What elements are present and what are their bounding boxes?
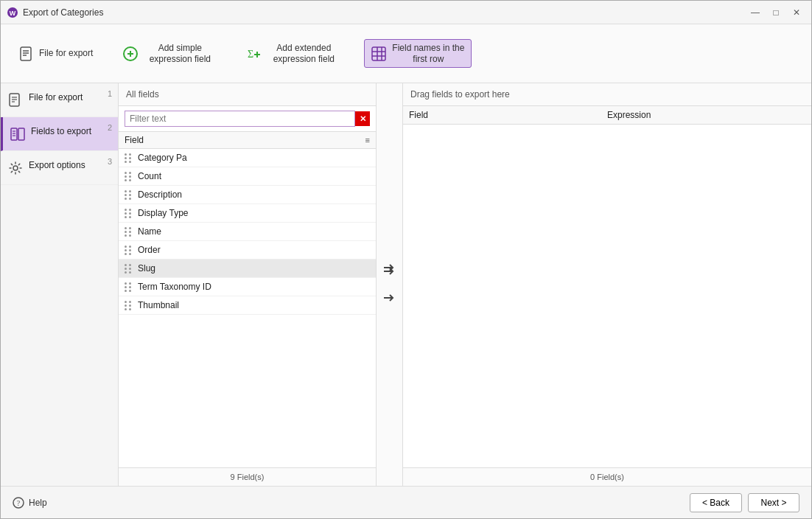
field-name: Display Type xyxy=(138,208,188,218)
left-panel-footer: 9 Field(s) xyxy=(119,467,376,486)
field-name: Term Taxonomy ID xyxy=(138,282,211,292)
field-names-label: Field names in the first row xyxy=(391,43,465,64)
field-row[interactable]: Name xyxy=(119,223,376,241)
all-fields-panel: All fields ✕ Field ≡ Category Pa xyxy=(119,83,377,486)
drag-handle-icon xyxy=(125,172,132,181)
close-button[interactable]: ✕ xyxy=(788,4,805,21)
drag-handle-icon xyxy=(125,153,132,163)
export-panel-header: Drag fields to export here xyxy=(403,83,811,106)
sidebar-item-export-options[interactable]: Export options 3 xyxy=(1,151,118,185)
sigma-plus-icon: Σ xyxy=(246,46,262,62)
sidebar-file-number: 1 xyxy=(108,89,112,98)
field-name: Thumbnail xyxy=(138,300,179,310)
filter-clear-button[interactable]: ✕ xyxy=(355,111,370,126)
drag-handle-icon xyxy=(125,301,132,310)
file-for-export-button[interactable]: File for export xyxy=(13,43,99,65)
file-icon xyxy=(18,46,35,62)
minimize-button[interactable]: ― xyxy=(746,4,764,21)
transfer-all-button[interactable] xyxy=(379,261,400,282)
field-row[interactable]: Term Taxonomy ID xyxy=(119,278,376,296)
field-row[interactable]: Order xyxy=(119,241,376,260)
drag-handle-icon xyxy=(125,209,132,218)
field-name: Category Pa xyxy=(138,153,187,163)
sidebar-options-label: Export options xyxy=(29,160,111,172)
sidebar: File for export 1 Fields to export xyxy=(1,83,119,486)
filter-input[interactable] xyxy=(125,111,355,127)
export-panel-footer: 0 Field(s) xyxy=(403,467,811,486)
main-content: File for export 1 Fields to export xyxy=(1,83,811,486)
fields-to-export-icon xyxy=(10,127,25,142)
next-button[interactable]: Next > xyxy=(748,493,799,512)
drag-handle-icon xyxy=(125,227,132,237)
sidebar-item-file-for-export[interactable]: File for export 1 xyxy=(1,83,118,117)
add-simple-expression-button[interactable]: Add simple expression field xyxy=(116,40,223,67)
field-row[interactable]: Display Type xyxy=(119,204,376,223)
app-icon: W xyxy=(7,7,18,18)
filter-row: ✕ xyxy=(119,106,376,132)
window-controls: ― □ ✕ xyxy=(746,4,805,21)
file-for-export-label: File for export xyxy=(39,48,93,58)
field-names-first-row-button[interactable]: Field names in the first row xyxy=(364,39,472,68)
field-name: Slug xyxy=(138,263,155,274)
help-label: Help xyxy=(29,498,47,508)
export-table: Field Expression xyxy=(403,106,811,467)
navigation-buttons: < Back Next > xyxy=(690,493,799,512)
field-row[interactable]: Thumbnail xyxy=(119,296,376,315)
field-list-header: Field ≡ xyxy=(119,132,376,149)
main-window: W Export of Categories ― □ ✕ File for ex… xyxy=(0,0,812,519)
export-table-header: Field Expression xyxy=(403,106,811,125)
content-area: All fields ✕ Field ≡ Category Pa xyxy=(119,83,811,486)
file-for-export-icon xyxy=(8,93,23,108)
export-field-column: Field xyxy=(409,110,607,120)
all-fields-header: All fields xyxy=(119,83,376,106)
sidebar-file-label: File for export xyxy=(29,92,111,104)
field-name: Name xyxy=(138,226,161,237)
svg-rect-22 xyxy=(18,128,24,140)
bottom-bar: ? Help < Back Next > xyxy=(1,486,811,518)
field-column-header: Field xyxy=(125,135,365,145)
field-row[interactable]: Category Pa xyxy=(119,149,376,167)
sidebar-item-fields-to-export[interactable]: Fields to export 2 xyxy=(1,117,118,151)
svg-text:W: W xyxy=(10,10,16,17)
export-expression-column: Expression xyxy=(607,110,805,120)
export-options-icon xyxy=(8,161,23,175)
drag-handle-icon xyxy=(125,264,132,274)
field-row[interactable]: Count xyxy=(119,167,376,186)
sidebar-fields-number: 2 xyxy=(108,123,112,132)
title-bar: W Export of Categories ― □ ✕ xyxy=(1,1,811,24)
svg-rect-21 xyxy=(11,128,17,140)
maximize-button[interactable]: □ xyxy=(767,4,785,21)
svg-point-26 xyxy=(13,166,18,170)
help-button[interactable]: ? Help xyxy=(13,497,47,509)
add-extended-label: Add extended expression field xyxy=(267,43,340,64)
drag-handle-icon xyxy=(125,282,132,292)
sidebar-options-number: 3 xyxy=(108,157,112,166)
field-list: Field ≡ Category Pa Count xyxy=(119,132,376,467)
add-extended-expression-button[interactable]: Σ Add extended expression field xyxy=(240,40,346,67)
field-name: Description xyxy=(138,189,182,200)
sort-icon[interactable]: ≡ xyxy=(365,136,370,144)
fields-panel: All fields ✕ Field ≡ Category Pa xyxy=(119,83,811,486)
toolbar: File for export Add simple expression fi… xyxy=(1,24,811,83)
svg-rect-2 xyxy=(21,47,31,60)
plus-circle-icon xyxy=(122,46,139,62)
field-name: Order xyxy=(138,245,161,255)
drag-handle-icon xyxy=(125,245,132,255)
svg-text:?: ? xyxy=(17,499,21,507)
field-row[interactable]: Description xyxy=(119,186,376,204)
field-name: Count xyxy=(138,171,161,181)
transfer-selected-button[interactable] xyxy=(379,288,400,308)
svg-text:Σ: Σ xyxy=(248,49,253,60)
field-row[interactable]: Slug xyxy=(119,260,376,278)
window-title: Export of Categories xyxy=(23,7,742,18)
add-simple-label: Add simple expression field xyxy=(143,43,217,64)
export-panel: Drag fields to export here Field Express… xyxy=(403,83,811,486)
grid-icon xyxy=(371,46,387,62)
transfer-buttons xyxy=(377,83,403,486)
back-button[interactable]: < Back xyxy=(690,493,742,512)
sidebar-fields-label: Fields to export xyxy=(31,126,111,138)
drag-handle-icon xyxy=(125,190,132,200)
svg-rect-12 xyxy=(372,47,385,60)
